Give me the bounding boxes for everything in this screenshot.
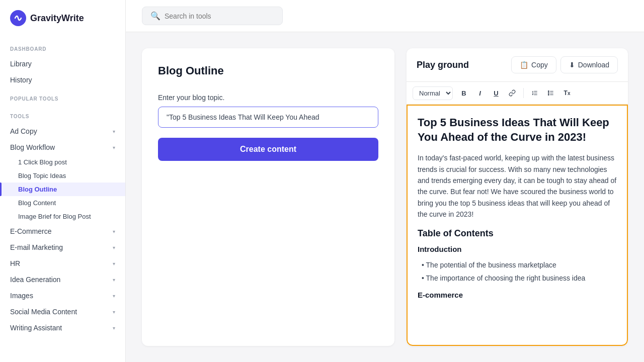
toc-list: The potential of the business marketplac… <box>418 258 617 285</box>
content-heading: Top 5 Business Ideas That Will Keep You … <box>418 116 617 144</box>
sidebar: GravityWrite DASHBOARD Library History P… <box>0 0 126 362</box>
sidebar-item-social-media[interactable]: Social Media Content ▾ <box>0 304 125 320</box>
page-title: Blog Outline <box>158 64 378 77</box>
intro-section-heading: Introduction <box>418 245 617 253</box>
sidebar-item-blog-workflow[interactable]: Blog Workflow ▾ <box>0 139 125 155</box>
chevron-down-icon: ▾ <box>113 261 115 266</box>
logo: GravityWrite <box>0 10 125 38</box>
download-button[interactable]: ⬇ Download <box>560 56 618 73</box>
dashboard-label: DASHBOARD <box>0 38 125 56</box>
header-actions: 📋 Copy ⬇ Download <box>511 56 618 73</box>
main-area: 🔍 Blog Outline Enter your blog topic. Cr… <box>126 0 644 362</box>
content-area: Blog Outline Enter your blog topic. Crea… <box>126 32 644 362</box>
ecommerce-heading: E-commerce <box>418 291 617 299</box>
svg-point-7 <box>548 91 549 92</box>
playground-title: Play ground <box>417 60 469 70</box>
unordered-list-button[interactable] <box>544 86 558 100</box>
search-icon: 🔍 <box>150 11 160 21</box>
popular-tools-label: POPULAR TOOLS <box>0 88 125 106</box>
chevron-down-icon: ▾ <box>113 145 115 150</box>
download-icon: ⬇ <box>569 61 575 69</box>
sidebar-item-email-marketing[interactable]: E-mail Marketing ▾ <box>0 239 125 255</box>
toc-heading: Table of Contents <box>418 228 617 239</box>
copy-icon: 📋 <box>520 61 528 69</box>
format-select[interactable]: Normal <box>413 86 453 100</box>
chevron-down-icon: ▾ <box>113 229 115 234</box>
logo-text: GravityWrite <box>30 13 84 24</box>
sidebar-sub-item-image-brief[interactable]: Image Brief for Blog Post <box>0 210 125 223</box>
left-panel: Blog Outline Enter your blog topic. Crea… <box>142 48 394 346</box>
blog-topic-input[interactable] <box>158 107 378 128</box>
sidebar-item-idea-generation[interactable]: Idea Generation ▾ <box>0 272 125 288</box>
chevron-down-icon: ▾ <box>113 129 115 134</box>
link-button[interactable] <box>505 86 519 100</box>
chevron-down-icon: ▾ <box>113 293 115 299</box>
field-label: Enter your blog topic. <box>158 94 378 102</box>
bold-button[interactable]: B <box>457 86 471 100</box>
list-item: The potential of the business marketplac… <box>422 258 617 272</box>
editor-content[interactable]: Top 5 Business Ideas That Will Keep You … <box>407 105 628 346</box>
tools-label: TOOLS <box>0 106 125 123</box>
topbar: 🔍 <box>126 0 644 32</box>
sidebar-item-e-commerce[interactable]: E-Commerce ▾ <box>0 223 125 239</box>
sidebar-item-writing-assistant[interactable]: Writing Assistant ▾ <box>0 320 125 336</box>
search-input[interactable] <box>165 12 274 20</box>
list-item: The importance of choosing the right bus… <box>422 272 617 285</box>
editor-toolbar: Normal B I U Tx <box>407 82 628 105</box>
create-content-button[interactable]: Create content <box>158 138 378 161</box>
sidebar-sub-item-blog-outline[interactable]: Blog Outline <box>0 183 125 196</box>
svg-point-9 <box>548 95 549 96</box>
chevron-down-icon: ▾ <box>113 309 115 315</box>
svg-point-8 <box>548 93 549 94</box>
clear-format-button[interactable]: Tx <box>560 86 574 100</box>
sidebar-item-library[interactable]: Library <box>0 56 125 72</box>
toolbar-separator <box>523 88 524 98</box>
sidebar-sub-item-1-click-blog[interactable]: 1 Click Blog post <box>0 155 125 169</box>
chevron-down-icon: ▾ <box>113 277 115 283</box>
sidebar-item-history[interactable]: History <box>0 72 125 88</box>
sidebar-item-hr[interactable]: HR ▾ <box>0 255 125 272</box>
playground-header: Play ground 📋 Copy ⬇ Download <box>407 48 628 82</box>
gravitywrite-logo-icon <box>10 10 26 26</box>
chevron-down-icon: ▾ <box>113 325 115 331</box>
content-intro: In today's fast-paced world, keeping up … <box>418 152 617 220</box>
sidebar-sub-item-blog-topic-ideas[interactable]: Blog Topic Ideas <box>0 169 125 183</box>
chevron-down-icon: ▾ <box>113 245 115 250</box>
underline-button[interactable]: U <box>489 86 503 100</box>
copy-button[interactable]: 📋 Copy <box>511 56 556 73</box>
sidebar-item-images[interactable]: Images ▾ <box>0 288 125 304</box>
right-panel: Play ground 📋 Copy ⬇ Download Normal <box>407 48 628 346</box>
sidebar-sub-item-blog-content[interactable]: Blog Content <box>0 196 125 210</box>
search-bar[interactable]: 🔍 <box>142 7 283 25</box>
ordered-list-button[interactable] <box>528 86 542 100</box>
italic-button[interactable]: I <box>473 86 487 100</box>
sidebar-item-ad-copy[interactable]: Ad Copy ▾ <box>0 123 125 139</box>
